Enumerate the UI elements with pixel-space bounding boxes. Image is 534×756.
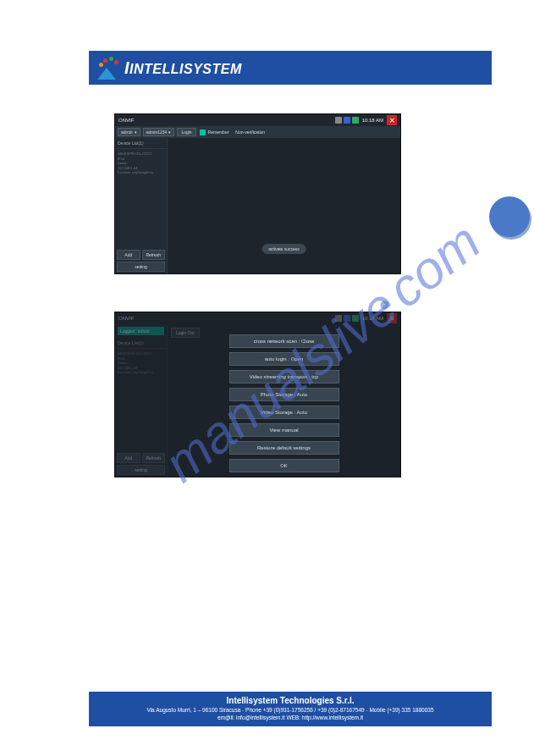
add-button[interactable]: Add [117,250,140,260]
close-button[interactable]: ✕ [387,313,397,323]
footer-title: Intellisystem Technologies S.r.l. [94,696,487,705]
setting-button[interactable]: setting [117,465,165,475]
usb-icon [335,315,342,322]
login-button[interactable]: Login [177,128,195,136]
setting-restore-defaults[interactable]: Restore default settings [229,441,339,455]
video-canvas: activate success [168,138,400,273]
sd-icon [344,315,350,322]
device-list-header: Device List(1) [115,138,167,149]
settings-panel: Login Out cross network scan : Close aut… [168,324,400,477]
battery-icon [352,315,359,322]
usb-icon [335,117,342,124]
device-item[interactable]: HIKVISION DS-2CD27 IPv4 Serial / 192.168… [115,149,167,178]
logout-button[interactable]: Login Out [171,328,200,338]
device-item[interactable]: HIKVISION DS-2CD27 IPv4 Serial / 192.168… [115,349,167,378]
setting-video-transport[interactable]: Video streaming transport : tcp [229,370,339,384]
svg-point-0 [378,299,390,311]
device-sidebar: Device List(1) HIKVISION DS-2CD27 IPv4 S… [115,138,168,273]
status-bar: ONVIF 10:18 AM ✕ [115,114,400,126]
toast-message: activate success [261,244,306,254]
remember-checkbox[interactable] [200,130,206,135]
device-list-header: Device List(1) [115,338,167,349]
remember-label: Remember [208,130,229,135]
setting-cross-network-scan[interactable]: cross network scan : Close [229,334,339,348]
sd-icon [344,117,350,124]
screenshot-onvif-login: ONVIF 10:18 AM ✕ admin▾ admin1234▾ Login… [114,113,401,274]
status-icons [335,315,359,322]
logged-status: Logged : admin [118,327,164,335]
refresh-button[interactable]: Refresh [142,453,166,463]
side-badge-circle[interactable] [489,196,530,237]
user-select[interactable]: admin▾ [118,128,140,136]
nonverification-label[interactable]: Non-verification [235,130,265,135]
brand-name: IIntellisystem [124,58,242,78]
status-bar: ONVIF 10:18 AM ✕ [115,312,400,324]
device-sidebar: Logged : admin Device List(1) HIKVISION … [115,324,168,477]
setting-button[interactable]: setting [117,262,165,272]
login-toolbar: admin▾ admin1234▾ Login Remember Non-ver… [115,126,400,138]
setting-view-manual[interactable]: View manual [229,423,339,437]
footer-address-line: Via Augusto Murri, 1 – 96100 Siracusa - … [94,707,487,713]
app-title: ONVIF [118,118,335,123]
close-button[interactable]: ✕ [387,115,397,125]
status-icons [335,117,359,124]
clock: 10:18 AM [362,316,383,321]
logo-icon [97,56,121,80]
screenshot-onvif-settings: ONVIF 10:18 AM ✕ Logged : admin Device L… [114,312,401,477]
refresh-button[interactable]: Refresh [142,250,166,260]
add-button[interactable]: Add [117,453,140,463]
header-bar: IIntellisystem [89,51,492,85]
battery-icon [352,117,359,124]
setting-photo-storage[interactable]: Photo Storage : Auto [229,388,339,401]
clock: 10:18 AM [362,118,383,123]
setting-video-storage[interactable]: Video Storage : Auto [229,406,339,419]
footer-bar: Intellisystem Technologies S.r.l. Via Au… [89,692,492,726]
ok-button[interactable]: OK [229,459,339,472]
setting-auto-login[interactable]: auto login : Open [229,352,339,366]
app-title: ONVIF [118,316,335,321]
password-input[interactable]: admin1234▾ [143,128,175,136]
footer-contact-line: em@il: info@intellisystem.it WEB: http:/… [94,715,487,720]
